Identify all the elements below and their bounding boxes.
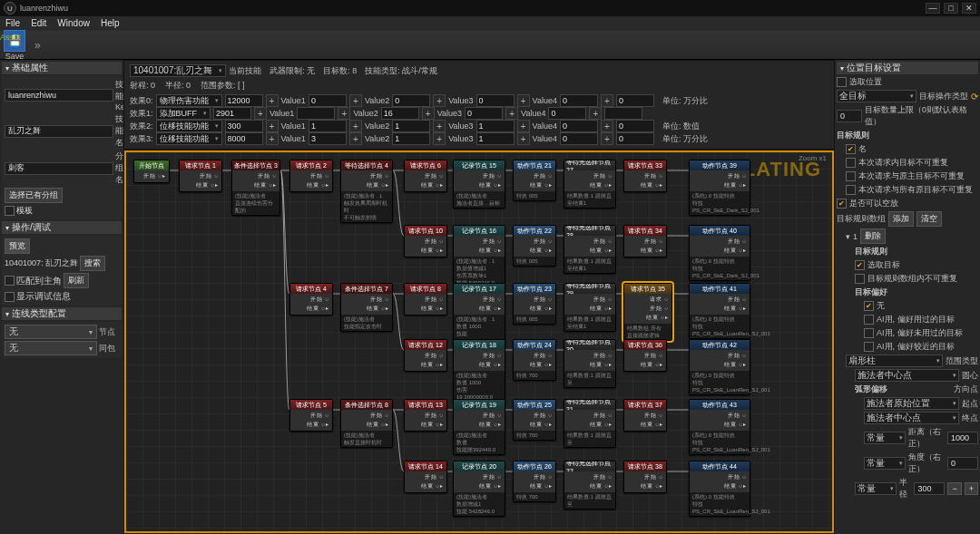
wiretype-dd2[interactable]: 无 <box>5 341 97 355</box>
eff3-plus4[interactable]: + <box>601 132 613 145</box>
minimize-button[interactable]: — <box>926 3 940 14</box>
eff2-n1[interactable] <box>309 120 347 132</box>
eff2-n0[interactable] <box>225 120 263 132</box>
clear-button[interactable]: 清空 <box>916 211 942 227</box>
graph-node-n10[interactable]: 请求节点 33开始 ○结束 ○▸ <box>623 160 667 192</box>
eff0-n1[interactable] <box>309 94 347 107</box>
graph-canvas[interactable]: Zoom x1 SIMULATING 开始节点开始 ○▸请求节点 1开始 ○结束… <box>124 150 834 533</box>
eff2-d2[interactable] <box>476 120 514 132</box>
template-checkbox[interactable] <box>5 206 15 216</box>
graph-node-n30[interactable]: 请求节点 36开始 ○结束 ○▸ <box>623 339 667 372</box>
eff2-plus4[interactable]: + <box>601 120 613 132</box>
eff2-d4[interactable] <box>616 120 654 132</box>
eff1-plus0[interactable]: + <box>254 107 267 120</box>
empty-chk[interactable] <box>846 144 856 154</box>
eff1-plus4[interactable]: + <box>589 107 602 120</box>
graph-node-n26[interactable]: 请求节点 12开始 ○结束 ○▸ <box>404 339 447 372</box>
eff1-plus2[interactable]: + <box>422 107 435 120</box>
debug-chk[interactable] <box>5 292 15 302</box>
graph-node-n21[interactable]: 记录节点 17开始 ○结束 ○▸(技能)施法者 . 1数值 1000技能 109… <box>453 283 505 346</box>
graph-node-n33[interactable]: 条件选择节点 8开始 ○结束 ○▸(技能)施法者触发直接时机时 <box>340 399 393 448</box>
refresh-button[interactable]: 刷新 <box>64 273 89 288</box>
eff3-plus0[interactable]: + <box>266 132 279 145</box>
eff0-d4[interactable] <box>616 94 654 107</box>
eff2-plus0[interactable]: + <box>266 120 279 132</box>
graph-node-n17[interactable]: 动作节点 40开始 ○结束 ○▸(系统).0 技能特效特技 PS_CR_SkE_… <box>689 225 750 281</box>
radius-minus[interactable]: − <box>947 482 961 495</box>
reset-icon[interactable]: ⟳ <box>971 92 978 102</box>
eff0-d1[interactable] <box>392 94 430 107</box>
graph-node-n12[interactable]: 请求节点 10开始 ○结束 ○▸ <box>404 225 447 257</box>
graph-node-n40[interactable]: 请求节点 14开始 ○结束 ○▸ <box>404 461 447 493</box>
pref-none-chk[interactable] <box>864 301 874 311</box>
graph-node-n45[interactable]: 动作节点 44开始 ○结束 ○▸(系统).0 技能特效特技 PS_CR_SkE_… <box>689 461 750 517</box>
eff2-plus3[interactable]: + <box>517 120 530 132</box>
nodup-origin-chk[interactable] <box>846 171 856 181</box>
skill-name-input[interactable] <box>5 125 113 138</box>
right-title[interactable]: 位置目标设置 <box>837 62 978 74</box>
picktarget-chk[interactable] <box>855 260 865 270</box>
eff1-d2[interactable] <box>465 107 503 120</box>
left-section3-header[interactable]: 连线类型配置 <box>2 307 122 320</box>
left-section1-header[interactable]: 基础属性 <box>2 62 122 74</box>
graph-node-n18[interactable]: 请求节点 4开始 ○结束 ○▸ <box>289 283 333 316</box>
graph-node-n25[interactable]: 动作节点 41开始 ○结束 ○▸(系统).0 技能特效特技 PS_CR_SkE_… <box>689 283 750 339</box>
eff1-d4[interactable] <box>604 107 642 120</box>
eff2-plus1[interactable]: + <box>349 120 362 132</box>
group-tag[interactable]: 选择已有分组 <box>5 188 63 203</box>
forward-icon[interactable]: » <box>34 39 41 52</box>
graph-node-n32[interactable]: 请求节点 5开始 ○结束 ○▸ <box>289 399 333 432</box>
eff0-d2[interactable] <box>476 94 514 107</box>
search-button[interactable]: 搜索 <box>80 256 105 271</box>
eff0-plus2[interactable]: + <box>433 94 446 107</box>
eff1-n0[interactable] <box>213 107 251 120</box>
graph-node-n19[interactable]: 条件选择节点 7开始 ○结束 ○▸(技能)施法者技能指定攻击时 <box>340 283 393 332</box>
target-select[interactable]: 全目标 <box>837 90 916 102</box>
origin2-select[interactable]: 施法者原始位置 <box>864 397 959 410</box>
graph-node-n13[interactable]: 记录节点 16开始 ○结束 ○▸(技能)施法者 . 1数据值增减1伤害系数等1技… <box>453 225 505 288</box>
eff1-type[interactable]: 添加BUFF <box>156 107 211 120</box>
graph-node-n37[interactable]: 等待完选择节点 31开始 ○结束 ○▸结果数值:1 跟随直至 <box>564 399 616 448</box>
graph-node-n2[interactable]: 请求节点 1开始 ○结束 ○▸ <box>179 160 222 192</box>
eff0-plus4[interactable]: + <box>601 94 613 107</box>
preview-button[interactable]: 预览 <box>5 238 30 254</box>
add-button[interactable]: 添加 <box>888 211 914 227</box>
graph-node-n1[interactable]: 开始节点开始 ○▸ <box>133 160 170 183</box>
eff2-d1[interactable] <box>392 120 430 132</box>
left-section2-header[interactable]: 操作/调试 <box>2 221 122 234</box>
group-name-input[interactable] <box>5 162 113 175</box>
menu-edit[interactable]: Edit <box>25 16 52 31</box>
graph-node-n34[interactable]: 请求节点 13开始 ○结束 ○▸ <box>404 399 447 432</box>
origin3-select[interactable]: 施法者中心点 <box>864 412 959 424</box>
graph-node-n31[interactable]: 动作节点 42开始 ○结束 ○▸(系统).0 技能特效特技 PS_CR_SkE_… <box>689 339 750 395</box>
graph-node-n23[interactable]: 等待完选择节点 29开始 ○结束 ○▸结果数值:1 跟随直至结束1 <box>564 283 616 332</box>
const2-select[interactable]: 常量 <box>864 457 906 470</box>
eff3-plus3[interactable]: + <box>517 132 530 145</box>
match-main-chk[interactable] <box>5 276 15 286</box>
graph-node-n7[interactable]: 记录节点 15开始 ○结束 ○▸(技能)施法者施法者直接…目标 <box>453 160 505 209</box>
eff1-plus3[interactable]: + <box>505 107 518 120</box>
origin-select[interactable]: 施法者中心点 <box>855 369 959 382</box>
eff3-d1[interactable] <box>392 132 430 145</box>
eff0-type[interactable]: 物理伤害功能 <box>156 94 222 107</box>
graph-node-n42[interactable]: 动作节点 26开始 ○结束 ○▸特效 700 <box>513 461 556 502</box>
eff2-type[interactable]: 位移技能功能 <box>156 120 222 132</box>
eff3-d3[interactable] <box>560 132 598 145</box>
blank-chk[interactable] <box>837 199 847 209</box>
const1-value[interactable] <box>947 432 978 444</box>
eff0-n0[interactable] <box>225 94 263 107</box>
graph-node-n4[interactable]: 请求节点 2开始 ○结束 ○▸ <box>289 160 333 192</box>
graph-node-n11[interactable]: 动作节点 39开始 ○结束 ○▸(系统).0 技能特效特技 PS_CR_SkE_… <box>689 160 750 216</box>
target-count-input[interactable] <box>837 110 862 122</box>
radius-value[interactable] <box>914 482 945 495</box>
graph-node-n28[interactable]: 动作节点 24开始 ○结束 ○▸特效 700 <box>513 339 556 381</box>
pref2-chk[interactable] <box>864 328 874 338</box>
graph-node-n20[interactable]: 请求节点 8开始 ○结束 ○▸ <box>404 283 447 316</box>
pref1-chk[interactable] <box>864 315 874 325</box>
eff3-n0[interactable] <box>225 132 263 145</box>
graph-node-n9[interactable]: 等待完选择节点 27开始 ○结束 ○▸结果数值:1 跟随直至结束1 <box>564 160 616 209</box>
graph-node-n5[interactable]: 等待选择节点 4开始 ○结束 ○▸(技能)施法者 . 1触发效果周期时机时不可触… <box>340 160 393 223</box>
const1-select[interactable]: 常量 <box>864 432 906 444</box>
graph-node-n36[interactable]: 动作节点 25开始 ○结束 ○▸特效 700 <box>513 399 556 441</box>
graph-node-n14[interactable]: 动作节点 22开始 ○结束 ○▸特效 005 <box>513 225 556 267</box>
